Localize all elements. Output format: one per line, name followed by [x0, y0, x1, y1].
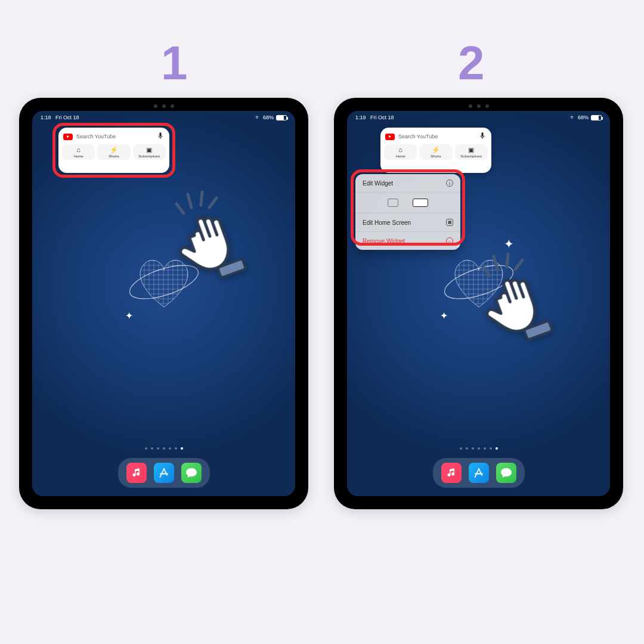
- app-appstore[interactable]: [469, 463, 489, 483]
- step-number-2: 2: [458, 36, 485, 91]
- mic-icon[interactable]: [479, 132, 485, 141]
- battery-icon: [591, 115, 602, 120]
- info-icon: i: [446, 179, 453, 187]
- shorts-label: Shorts: [431, 154, 441, 158]
- apps-grid-icon: ▦: [446, 219, 453, 226]
- home-icon: ⌂: [76, 147, 80, 153]
- app-appstore[interactable]: [154, 463, 174, 483]
- page-indicator[interactable]: [145, 447, 183, 450]
- step-number-1: 1: [161, 36, 188, 91]
- youtube-logo-icon: [63, 134, 73, 140]
- app-messages[interactable]: [181, 463, 202, 483]
- search-placeholder: Search YouTube: [76, 134, 154, 140]
- ipad-panel-1: 1:18 Fri Oct 18 ᯤ 68% Search YouTube ⌂: [19, 98, 308, 509]
- shorts-label: Shorts: [109, 154, 119, 158]
- youtube-tab-home[interactable]: ⌂ Home: [384, 144, 417, 160]
- subscriptions-icon: ▣: [146, 147, 152, 153]
- youtube-tab-subscriptions[interactable]: ▣ Subscriptions: [455, 144, 488, 160]
- menu-label: Edit Widget: [363, 180, 393, 187]
- wifi-icon: ᯤ: [570, 114, 575, 120]
- battery-icon: [276, 115, 287, 120]
- camera-notch: [461, 104, 497, 109]
- app-music[interactable]: [441, 463, 462, 483]
- youtube-widget[interactable]: Search YouTube ⌂ Home ⚡ Shorts ▣ Subscri…: [58, 128, 169, 173]
- youtube-widget[interactable]: Search YouTube ⌂ Home ⚡ Shorts ▣ Subscri…: [380, 128, 491, 173]
- shorts-icon: ⚡: [432, 147, 440, 153]
- home-icon: ⌂: [398, 147, 402, 153]
- youtube-tab-shorts[interactable]: ⚡ Shorts: [97, 144, 130, 160]
- menu-edit-widget[interactable]: Edit Widget i: [355, 174, 460, 193]
- mic-icon[interactable]: [157, 132, 163, 141]
- size-medium-icon[interactable]: [413, 199, 428, 207]
- battery-percent: 68%: [578, 114, 589, 120]
- subscriptions-label: Subscriptions: [138, 154, 160, 158]
- youtube-search-bar[interactable]: Search YouTube: [384, 131, 488, 144]
- battery-percent: 68%: [263, 114, 274, 120]
- status-date: Fri Oct 18: [370, 114, 394, 120]
- shorts-icon: ⚡: [110, 147, 118, 153]
- youtube-tab-subscriptions[interactable]: ▣ Subscriptions: [133, 144, 166, 160]
- page-indicator[interactable]: [460, 447, 498, 450]
- search-placeholder: Search YouTube: [398, 134, 476, 140]
- menu-size-options: [355, 193, 460, 213]
- youtube-logo-icon: [385, 134, 395, 140]
- svg-rect-0: [160, 132, 162, 137]
- svg-line-7: [160, 476, 160, 478]
- dock: [433, 458, 525, 488]
- status-time: 1:19: [355, 114, 366, 120]
- svg-rect-13: [482, 132, 484, 137]
- home-screen[interactable]: 1:18 Fri Oct 18 ᯤ 68% Search YouTube ⌂: [32, 111, 295, 496]
- status-time: 1:18: [41, 114, 51, 120]
- youtube-tab-shorts[interactable]: ⚡ Shorts: [419, 144, 452, 160]
- subscriptions-label: Subscriptions: [460, 154, 482, 158]
- menu-label: Edit Home Screen: [363, 219, 411, 226]
- home-label: Home: [396, 154, 405, 158]
- app-messages[interactable]: [496, 463, 516, 483]
- app-music[interactable]: [126, 463, 147, 483]
- status-bar: 1:19 Fri Oct 18 ᯤ 68%: [347, 114, 610, 120]
- subscriptions-icon: ▣: [468, 147, 474, 153]
- menu-edit-home-screen[interactable]: Edit Home Screen ▦: [355, 213, 460, 232]
- sparkle-icon: ✦: [125, 310, 133, 321]
- dock: [118, 458, 210, 488]
- svg-line-20: [475, 476, 475, 478]
- status-date: Fri Oct 18: [55, 114, 79, 120]
- youtube-search-bar[interactable]: Search YouTube: [62, 131, 166, 144]
- menu-label: Remove Widget: [363, 238, 405, 244]
- wifi-icon: ᯤ: [255, 114, 261, 120]
- size-small-icon[interactable]: [388, 199, 398, 207]
- home-label: Home: [74, 154, 83, 158]
- camera-notch: [146, 104, 182, 109]
- sparkle-icon: ✦: [440, 310, 448, 321]
- status-bar: 1:18 Fri Oct 18 ᯤ 68%: [32, 114, 295, 120]
- youtube-tab-home[interactable]: ⌂ Home: [62, 144, 95, 160]
- widget-context-menu: Edit Widget i Edit Home Screen ▦ Remove …: [355, 174, 460, 250]
